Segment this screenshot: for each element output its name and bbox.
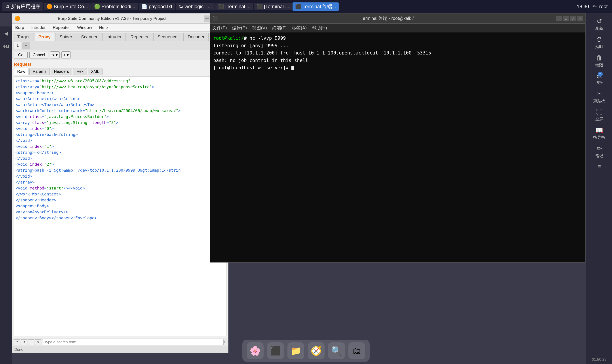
refresh-icon: ↺: [597, 18, 602, 25]
search-add-button[interactable]: +: [28, 339, 34, 345]
repeater-tab-new[interactable]: +: [22, 42, 30, 49]
taskbar-item-weblogic[interactable]: 🗂 weblogic - ...: [176, 3, 215, 10]
burp-minimize-button[interactable]: —: [204, 15, 210, 22]
term-menu-edit[interactable]: 编辑(E): [232, 25, 247, 31]
tab-repeater[interactable]: Repeater: [126, 33, 153, 41]
xml-line-17: </void>: [15, 173, 225, 179]
rs-notes[interactable]: ✏ 笔记: [587, 143, 611, 161]
rs-guide[interactable]: 📖 指导书: [587, 124, 611, 142]
guide-icon: 📖: [596, 127, 603, 134]
rs-refresh[interactable]: ↺ 刷新: [587, 15, 611, 33]
tab-sequencer[interactable]: Sequencer: [153, 33, 183, 41]
terminal-content[interactable]: root@kali:/# nc -lvvp 9999 listening on …: [210, 32, 585, 262]
tab-proxy[interactable]: Proxy: [34, 33, 55, 41]
xml-line-6: <work:WorkContext xmlns:work="http://bea…: [15, 108, 225, 114]
terminal-restore-button[interactable]: □: [563, 16, 569, 21]
dock-home[interactable]: 🌸: [247, 342, 264, 359]
xml-line-24: </soapenv:Body></soapenv:Envelope>: [15, 215, 225, 221]
term-menu-tabs[interactable]: 标签(A): [292, 25, 307, 31]
rs-fullscreen-label: 全屏: [595, 117, 603, 122]
menu-repeater[interactable]: Repeater: [52, 25, 71, 30]
tab-spider[interactable]: Spider: [55, 33, 76, 41]
term-menu-file[interactable]: 文件(F): [212, 25, 227, 31]
xml-line-4: <wsa:Action>xx</wsa:Action>: [15, 96, 225, 102]
repeater-tabs: 1 +: [12, 41, 228, 50]
term1-icon: ⬛: [218, 4, 224, 10]
tab-scanner[interactable]: Scanner: [77, 33, 102, 41]
bottom-time: 01:50:23: [592, 357, 607, 364]
left-sidebar: ◀ ⚙M: [0, 26, 12, 364]
tab-target[interactable]: Target: [13, 33, 34, 41]
term-menu-terminal[interactable]: 终端(T): [272, 25, 287, 31]
xml-line-21: </soapenv:Header>: [15, 197, 225, 203]
terminal-minimize-button[interactable]: _: [556, 16, 562, 21]
subtab-params[interactable]: Params: [29, 68, 50, 75]
cancel-button[interactable]: Cancel: [29, 52, 48, 58]
taskbar-item-term1[interactable]: ⬛ [Terminal ...: [215, 3, 253, 10]
prev-button[interactable]: < ▾: [50, 52, 60, 58]
taskbar-item-term2[interactable]: ⬛ [Terminal ...: [254, 3, 292, 10]
xml-line-8: <array class="java.lang.String" length="…: [15, 119, 225, 126]
burp-logo-icon: 🟠: [14, 16, 20, 21]
xml-line-7: <void class="java.lang.ProcessBuilder">: [15, 114, 225, 119]
toolbar-row: Go Cancel < ▾ > ▾: [12, 50, 228, 60]
dock-search[interactable]: 🔍: [328, 342, 345, 359]
terminal-maximize-button[interactable]: ⤢: [570, 16, 576, 21]
taskbar-item-payload[interactable]: 📄 payload.txt: [139, 3, 175, 10]
menu-burp[interactable]: Burp: [14, 25, 25, 30]
burp-icon: 🟠: [46, 4, 52, 10]
subtab-raw[interactable]: Raw: [14, 68, 28, 75]
term2-icon: ⬛: [257, 4, 263, 10]
repeater-tab-1[interactable]: 1: [14, 42, 21, 49]
tab-decoder[interactable]: Decoder: [183, 33, 209, 41]
taskbar-item-apps[interactable]: 🖥 所有应用程序: [2, 2, 43, 11]
taskbar-item-burp[interactable]: 🟠 Burp Suite Co...: [44, 3, 91, 10]
burp-window: 🟠 Burp Suite Community Edition v1.7.36 -…: [12, 13, 228, 353]
search-prev-button[interactable]: <: [21, 339, 27, 345]
subtab-hex[interactable]: Hex: [73, 68, 87, 75]
clipboard-icon: ✂: [597, 90, 602, 97]
burp-tabs: Target Proxy Spider Scanner Intruder Rep…: [12, 32, 228, 41]
subtab-headers[interactable]: Headers: [51, 68, 72, 75]
taskbar-clock: 18:30 ✏ root: [577, 4, 610, 10]
go-button[interactable]: Go: [14, 52, 28, 58]
dock-terminal[interactable]: ⬛: [267, 342, 284, 359]
xml-line-12: <void index="1">: [15, 143, 225, 149]
search-help-button[interactable]: ?: [14, 339, 20, 345]
menu-window[interactable]: Window: [76, 25, 94, 30]
menu-help[interactable]: Help: [98, 25, 109, 30]
terminal-close-button[interactable]: ✕: [577, 16, 583, 21]
rs-menu[interactable]: ≡: [587, 161, 611, 173]
term-menu-view[interactable]: 视图(V): [252, 25, 267, 31]
subtab-xml[interactable]: XML: [88, 68, 102, 75]
rs-delay[interactable]: ⏱ 延时: [587, 34, 611, 52]
dock-manager[interactable]: 🗂: [348, 342, 365, 359]
terminal-menubar: 文件(F) 编辑(E) 视图(V) 终端(T) 标签(A) 帮助(H): [210, 24, 585, 32]
menu-intruder[interactable]: Intruder: [30, 25, 47, 30]
term-line-2: listening on [any] 9999 ...: [213, 42, 582, 50]
terminal-title: Terminal 终端 - root@kali: /: [218, 15, 556, 21]
burp-menubar: Burp Intruder Repeater Window Help: [12, 24, 228, 32]
rs-fullscreen[interactable]: ⛶ 全屏: [587, 106, 611, 124]
next-button[interactable]: > ▾: [61, 52, 71, 58]
taskbar-item-term3[interactable]: ⬛ Terminal 终端...: [292, 2, 339, 11]
rs-switch[interactable]: ⇄ 2 切换: [587, 70, 611, 87]
dock: 🌸 ⬛ 📁 🧭 🔍 🗂: [242, 340, 370, 362]
sidebar-settings-icon[interactable]: ⚙M: [1, 41, 11, 51]
dock-manager-icon: 🗂: [352, 346, 361, 356]
search-next-button[interactable]: >: [35, 339, 41, 345]
rs-destroy[interactable]: 🗑 销毁: [587, 52, 611, 70]
switch-badge: 2: [598, 72, 603, 77]
request-content[interactable]: xmlns:wsa="http://www.w3.org/2005/08/add…: [14, 76, 226, 336]
sidebar-back-icon[interactable]: ◀: [1, 29, 11, 38]
search-input[interactable]: [42, 339, 223, 345]
rs-clipboard[interactable]: ✂ 剪贴板: [587, 88, 611, 106]
xml-line-1: xmlns:wsa="http://www.w3.org/2005/08/add…: [15, 78, 225, 84]
taskbar-item-problem[interactable]: 🟢 Problem loadi...: [91, 3, 138, 10]
dock-compass[interactable]: 🧭: [308, 342, 325, 359]
term-menu-help[interactable]: 帮助(H): [312, 25, 327, 31]
problem-icon: 🟢: [94, 4, 100, 10]
dock-compass-icon: 🧭: [311, 346, 322, 356]
tab-intruder[interactable]: Intruder: [102, 33, 126, 41]
dock-files[interactable]: 📁: [287, 342, 304, 359]
